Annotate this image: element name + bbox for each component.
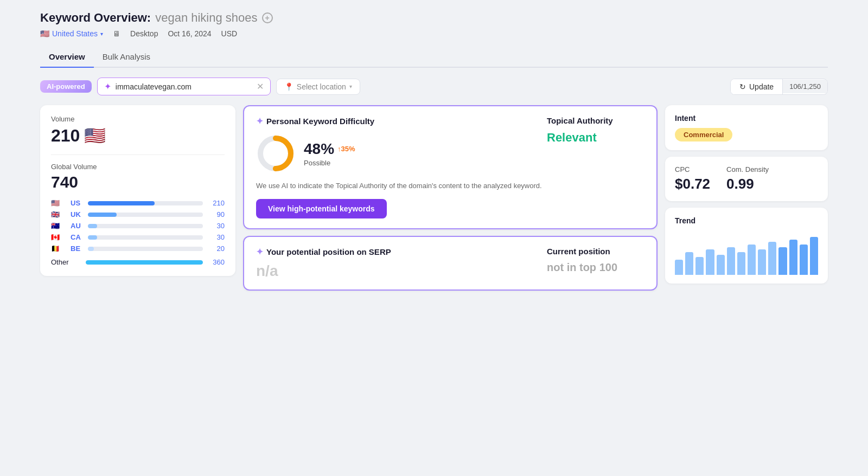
trend-label: Trend <box>675 216 818 225</box>
center-column: ✦ Personal Keyword Difficulty <box>243 105 658 291</box>
us-flag-vol: 🇺🇸 <box>84 125 106 146</box>
serp-value: n/a <box>256 262 525 280</box>
country-row-ca: 🇨🇦 CA 30 <box>51 233 225 241</box>
chevron-down-loc-icon: ▾ <box>349 83 352 89</box>
pkd-percent-value: 48% <box>304 140 334 158</box>
country-row-us: 🇺🇸 US 210 <box>51 199 225 207</box>
bar-bg-ca <box>88 235 203 240</box>
location-placeholder-label: Select location <box>297 82 346 91</box>
desktop-icon: 🖥 <box>113 29 120 38</box>
ai-badge: AI-powered <box>40 80 92 93</box>
trend-bar-item <box>768 242 776 275</box>
ta-title: Topical Authority <box>547 116 644 125</box>
bar-fill-us <box>88 201 155 205</box>
other-value: 360 <box>207 258 225 266</box>
device-label: Desktop <box>130 29 158 38</box>
global-volume-label: Global Volume <box>51 163 225 171</box>
serp-title-text: Your potential position on SERP <box>266 247 391 256</box>
bar-bg-uk <box>88 213 203 217</box>
update-btn-group: ↻ Update 106/1,250 <box>730 79 828 95</box>
chevron-down-icon: ▾ <box>100 31 103 37</box>
pkd-gauge-row: 48% ↑35% Possible <box>256 134 525 173</box>
serp-title: ✦ Your potential position on SERP <box>256 247 525 257</box>
country-flag-uk: 🇬🇧 <box>51 210 66 218</box>
ai-input-wrapper[interactable]: ✦ ✕ <box>97 78 271 95</box>
country-row-uk: 🇬🇧 UK 90 <box>51 210 225 218</box>
pkd-card: ✦ Personal Keyword Difficulty <box>243 105 658 229</box>
add-keyword-icon[interactable]: + <box>262 12 273 23</box>
view-high-potential-button[interactable]: View high-potential keywords <box>256 199 387 218</box>
tab-overview[interactable]: Overview <box>40 47 94 68</box>
country-val-us: 210 <box>207 199 225 207</box>
right-column: Intent Commercial CPC $0.72 Com. Density… <box>665 105 828 284</box>
refresh-icon: ↻ <box>739 82 746 91</box>
pkd-row: ✦ Personal Keyword Difficulty <box>256 116 644 173</box>
trend-bar-item <box>800 245 808 275</box>
intent-label: Intent <box>675 114 818 123</box>
volume-label: Volume <box>51 115 225 123</box>
country-code-au: AU <box>71 222 84 230</box>
update-label: Update <box>749 82 774 91</box>
cpc-title: CPC <box>675 165 710 173</box>
ai-note-text: We use AI to indicate the Topical Author… <box>256 181 644 191</box>
intent-card: Intent Commercial <box>665 105 828 150</box>
global-volume-number: 740 <box>51 173 225 191</box>
bar-bg-other <box>86 260 203 265</box>
trend-bar-item <box>789 240 797 275</box>
pkd-change: ↑35% <box>337 145 355 153</box>
country-val-uk: 90 <box>207 210 225 218</box>
title-prefix: Keyword Overview: <box>40 11 151 25</box>
domain-input[interactable] <box>116 82 252 91</box>
tab-bulk-analysis[interactable]: Bulk Analysis <box>94 47 159 68</box>
serp-right: Current position not in top 100 <box>547 247 644 274</box>
location-selector[interactable]: 🇺🇸 United States ▾ <box>40 29 103 38</box>
volume-card: Volume 210 🇺🇸 Global Volume 740 🇺🇸 US <box>40 105 235 276</box>
volume-value: 210 🇺🇸 <box>51 125 225 146</box>
clear-icon[interactable]: ✕ <box>257 81 264 92</box>
pkd-numbers: 48% ↑35% Possible <box>304 140 355 167</box>
pkd-donut <box>256 134 295 173</box>
trend-card: Trend <box>665 208 828 284</box>
topical-authority-section: Topical Authority Relevant <box>547 116 644 145</box>
trend-bar-item <box>685 252 693 275</box>
update-button[interactable]: ↻ Update <box>731 79 783 94</box>
cpc-card: CPC $0.72 Com. Density 0.99 <box>665 157 828 201</box>
current-position-label: Current position <box>547 247 644 256</box>
currency-label: USD <box>221 29 238 38</box>
trend-bar-item <box>778 247 787 275</box>
pkd-title: ✦ Personal Keyword Difficulty <box>256 116 525 126</box>
sparkle-icon: ✦ <box>104 81 111 92</box>
trend-bar-item <box>748 245 756 275</box>
bar-fill-au <box>88 224 97 228</box>
date-label: Oct 16, 2024 <box>168 29 211 38</box>
cpc-item: CPC $0.72 <box>675 165 710 192</box>
current-position-value: not in top 100 <box>547 261 644 274</box>
trend-bar-item <box>706 249 714 275</box>
page-header: Keyword Overview: vegan hiking shoes + 🇺… <box>40 11 828 38</box>
page-title: Keyword Overview: vegan hiking shoes + <box>40 11 828 25</box>
country-flag-us: 🇺🇸 <box>51 199 66 207</box>
country-val-ca: 30 <box>207 233 225 241</box>
trend-bar-item <box>717 255 725 275</box>
update-count: 106/1,250 <box>783 80 827 93</box>
density-title: Com. Density <box>726 165 769 173</box>
serp-left: ✦ Your potential position on SERP n/a <box>256 247 525 280</box>
pkd-left: ✦ Personal Keyword Difficulty <box>256 116 525 173</box>
sparkle-serp-icon: ✦ <box>256 247 263 257</box>
country-list: 🇺🇸 US 210 🇬🇧 UK 90 🇦🇺 <box>51 199 225 266</box>
volume-number: 210 <box>51 126 80 146</box>
location-dropdown[interactable]: 📍 Select location ▾ <box>276 79 360 95</box>
serp-row: ✦ Your potential position on SERP n/a Cu… <box>256 247 644 280</box>
country-row-be: 🇧🇪 BE 20 <box>51 245 225 253</box>
trend-bar-item <box>675 260 683 275</box>
country-val-be: 20 <box>207 245 225 253</box>
bar-fill-uk <box>88 213 117 217</box>
country-val-au: 30 <box>207 222 225 230</box>
country-row-au: 🇦🇺 AU 30 <box>51 222 225 230</box>
country-code-ca: CA <box>71 233 84 241</box>
main-grid: Volume 210 🇺🇸 Global Volume 740 🇺🇸 US <box>40 105 828 291</box>
us-flag: 🇺🇸 <box>40 29 49 38</box>
bar-bg-us <box>88 201 203 205</box>
serp-card: ✦ Your potential position on SERP n/a Cu… <box>243 236 658 291</box>
pin-icon: 📍 <box>284 82 293 91</box>
